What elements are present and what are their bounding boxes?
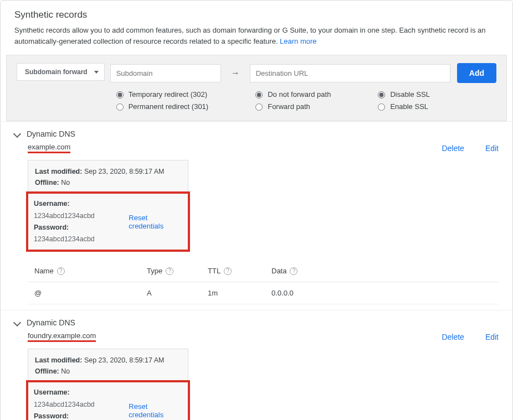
offline-value: No <box>61 179 70 186</box>
domain-name: example.com <box>28 143 70 153</box>
domain-name: foundry.example.com <box>28 331 96 342</box>
arrow-icon: → <box>228 68 243 78</box>
radio-permanent-redirect[interactable]: Permanent redirect (301) <box>114 102 209 111</box>
col-type: Type <box>147 267 162 275</box>
form-stack: → Add Temporary redirect (302) Permanent… <box>110 63 496 111</box>
username-value: 1234abcd1234acbd <box>34 212 95 220</box>
username-value: 1234abcd1234acbd <box>34 401 95 408</box>
reset-credentials-link[interactable]: Reset credentials <box>129 214 182 230</box>
chevron-down-icon <box>13 319 21 326</box>
learn-more-link[interactable]: Learn more <box>280 37 316 45</box>
table-row: @ A 1m 0.0.0.0 <box>28 282 499 304</box>
radio-temporary-redirect[interactable]: Temporary redirect (302) <box>114 90 209 98</box>
inputs-row: → Add <box>110 63 496 83</box>
reset-credentials-link[interactable]: Reset credentials <box>129 402 182 419</box>
create-toolbar: Subdomain forward → Add Temporary redire… <box>6 55 507 121</box>
radio-label: Forward path <box>268 102 310 111</box>
offline-label: Offline: <box>35 367 59 375</box>
password-label: Password: <box>34 224 69 231</box>
cell-name: @ <box>28 289 147 297</box>
record-type-dropdown[interactable]: Subdomain forward <box>17 63 105 81</box>
cell-ttl: 1m <box>208 289 271 297</box>
radio-enable-ssl[interactable]: Enable SSL <box>375 102 430 111</box>
section-description: Synthetic records allow you to add commo… <box>1 25 512 55</box>
add-button[interactable]: Add <box>457 63 496 83</box>
synthetic-records-card: Synthetic records Synthetic records allo… <box>0 0 513 420</box>
radio-label: Disable SSL <box>390 90 430 98</box>
password-value: 1234abcd1234acbd <box>34 235 95 243</box>
radio-label: Enable SSL <box>390 102 428 111</box>
offline-label: Offline: <box>35 179 59 186</box>
col-data: Data <box>271 267 286 275</box>
radio-disable-ssl[interactable]: Disable SSL <box>375 90 430 98</box>
records-table: Name? Type? TTL? Data? @ A 1m 0.0.0.0 <box>28 260 499 304</box>
radio-label: Permanent redirect (301) <box>129 102 209 111</box>
last-modified-label: Last modified: <box>35 168 82 175</box>
credentials-block: Last modified: Sep 23, 2020, 8:59:17 AM … <box>28 160 188 250</box>
last-modified-label: Last modified: <box>35 356 82 364</box>
password-label: Password: <box>34 412 69 420</box>
delete-button[interactable]: Delete <box>442 333 464 341</box>
cell-type: A <box>147 289 208 297</box>
radio-do-not-forward-path[interactable]: Do not forward path <box>253 90 331 98</box>
entry-header[interactable]: Dynamic DNS <box>14 318 499 327</box>
credentials-block: Last modified: Sep 23, 2020, 8:59:17 AM … <box>28 349 188 420</box>
entry-type-label: Dynamic DNS <box>27 318 75 327</box>
entry-header[interactable]: Dynamic DNS <box>14 129 499 138</box>
dynamic-dns-entry: Dynamic DNS foundry.example.com Delete E… <box>1 310 512 420</box>
last-modified-value: Sep 23, 2020, 8:59:17 AM <box>84 168 165 175</box>
help-icon[interactable]: ? <box>166 267 173 275</box>
dynamic-dns-entry: Dynamic DNS example.com Delete Edit Last… <box>1 121 512 304</box>
offline-value: No <box>61 367 70 375</box>
username-label: Username: <box>34 388 70 396</box>
delete-button[interactable]: Delete <box>442 144 464 153</box>
section-title: Synthetic records <box>1 1 512 25</box>
description-text: Synthetic records allow you to add commo… <box>14 26 486 45</box>
edit-button[interactable]: Edit <box>485 144 499 153</box>
chevron-down-icon <box>13 130 21 138</box>
username-label: Username: <box>34 200 70 208</box>
subdomain-input[interactable] <box>110 64 221 82</box>
last-modified-value: Sep 23, 2020, 8:59:17 AM <box>84 356 165 364</box>
radio-options: Temporary redirect (302) Permanent redir… <box>114 90 496 111</box>
entry-type-label: Dynamic DNS <box>27 129 75 138</box>
cell-data: 0.0.0.0 <box>271 289 499 297</box>
help-icon[interactable]: ? <box>57 267 65 275</box>
help-icon[interactable]: ? <box>224 267 232 275</box>
radio-forward-path[interactable]: Forward path <box>253 102 331 111</box>
help-icon[interactable]: ? <box>290 267 297 275</box>
radio-label: Do not forward path <box>268 90 331 98</box>
col-ttl: TTL <box>208 267 220 275</box>
destination-url-input[interactable] <box>250 64 450 82</box>
col-name: Name <box>34 267 54 275</box>
edit-button[interactable]: Edit <box>485 333 499 341</box>
radio-label: Temporary redirect (302) <box>129 90 207 98</box>
